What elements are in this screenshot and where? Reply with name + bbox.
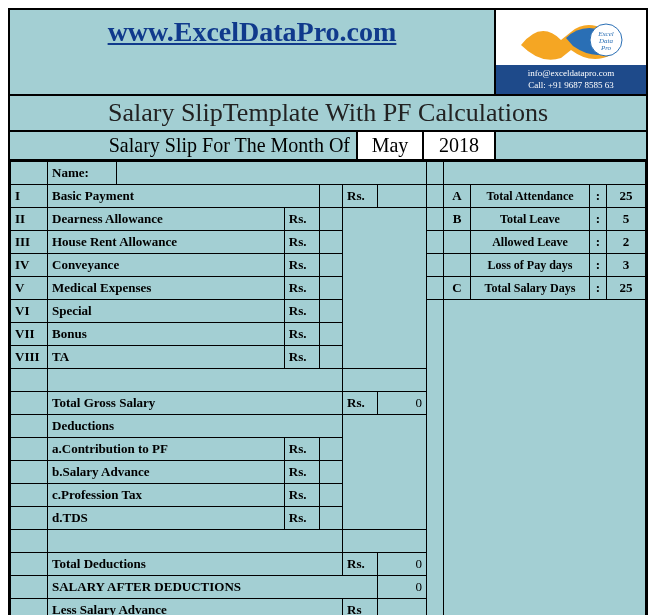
medical-input[interactable] <box>319 277 342 300</box>
tds-input[interactable] <box>319 507 342 530</box>
lop-value[interactable]: 3 <box>607 254 646 277</box>
basic-payment-total[interactable] <box>378 185 427 208</box>
website-url[interactable]: www.ExcelDataPro.com <box>10 10 494 94</box>
handshake-logo-icon: Excel Data Pro <box>511 10 631 65</box>
contact-phone: Call: +91 9687 8585 63 <box>500 80 642 92</box>
main-grid: Name: I Basic Payment Rs. A Total Attend… <box>10 161 646 615</box>
row-special: VI Special Rs. <box>11 300 646 323</box>
month-row: Salary Slip For The Month Of May 2018 <box>10 132 646 161</box>
hra-input[interactable] <box>319 231 342 254</box>
total-gross-value: 0 <box>378 392 427 415</box>
header-row: www.ExcelDataPro.com Excel Data Pro info… <box>10 10 646 96</box>
name-label: Name: <box>48 162 117 185</box>
row-conveyance: IV Conveyance Rs. Loss of Pay days : 3 <box>11 254 646 277</box>
basic-payment-input[interactable] <box>319 185 342 208</box>
salary-advance-input[interactable] <box>319 461 342 484</box>
row-hra: III House Rent Allowance Rs. Allowed Lea… <box>11 231 646 254</box>
row-dearness-allowance: II Dearness Allowance Rs. B Total Leave … <box>11 208 646 231</box>
bonus-input[interactable] <box>319 323 342 346</box>
conveyance-input[interactable] <box>319 254 342 277</box>
name-input[interactable] <box>117 162 427 185</box>
salary-slip-sheet: www.ExcelDataPro.com Excel Data Pro info… <box>8 8 648 615</box>
pf-input[interactable] <box>319 438 342 461</box>
contact-email: info@exceldatapro.com <box>500 68 642 80</box>
total-leave-value[interactable]: 5 <box>607 208 646 231</box>
svg-text:Pro: Pro <box>600 44 612 52</box>
month-spacer <box>494 132 646 159</box>
row-medical: V Medical Expenses Rs. C Total Salary Da… <box>11 277 646 300</box>
total-attendance-value[interactable]: 25 <box>607 185 646 208</box>
profession-tax-input[interactable] <box>319 484 342 507</box>
month-value[interactable]: May <box>356 132 422 159</box>
name-row: Name: <box>11 162 646 185</box>
salary-after-ded-value: 0 <box>378 576 427 599</box>
row-basic-payment: I Basic Payment Rs. A Total Attendance :… <box>11 185 646 208</box>
logo-cell: Excel Data Pro info@exceldatapro.com Cal… <box>494 10 646 94</box>
total-deductions-value: 0 <box>378 553 427 576</box>
allowed-leave-value[interactable]: 2 <box>607 231 646 254</box>
sheet-title: Salary SlipTemplate With PF Calculations <box>10 96 646 132</box>
year-value[interactable]: 2018 <box>422 132 494 159</box>
da-input[interactable] <box>319 208 342 231</box>
month-label: Salary Slip For The Month Of <box>10 132 356 159</box>
less-advance-input[interactable] <box>378 599 427 615</box>
contact-box: info@exceldatapro.com Call: +91 9687 858… <box>496 65 646 94</box>
ta-input[interactable] <box>319 346 342 369</box>
special-input[interactable] <box>319 300 342 323</box>
total-salary-days-value[interactable]: 25 <box>607 277 646 300</box>
